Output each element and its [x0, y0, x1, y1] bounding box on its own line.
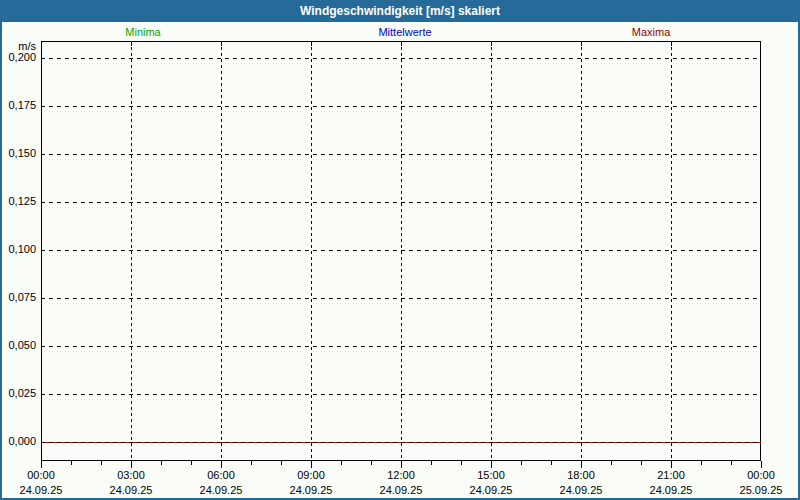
x-tick-label-date: 25.09.25	[726, 484, 796, 497]
chart-window: Windgeschwindigkeit [m/s] skaliert Minim…	[0, 0, 800, 500]
chart-title: Windgeschwindigkeit [m/s] skaliert	[300, 4, 500, 18]
y-tick-label: 0,200	[0, 51, 36, 64]
x-tick-label-date: 24.09.25	[276, 484, 346, 497]
x-tick-label-date: 24.09.25	[456, 484, 526, 497]
x-tick-label-time: 12:00	[366, 469, 436, 482]
x-minor-tick	[341, 461, 342, 465]
x-tick-label-time: 03:00	[96, 469, 166, 482]
y-tick-label: 0,100	[0, 243, 36, 256]
x-minor-tick	[281, 461, 282, 465]
x-tick-label-time: 06:00	[186, 469, 256, 482]
x-tick-label-time: 18:00	[546, 469, 616, 482]
x-tick-label-time: 00:00	[6, 469, 76, 482]
x-major-tick	[581, 461, 582, 468]
x-minor-tick	[521, 461, 522, 465]
legend-item-minima: Minima	[125, 26, 160, 39]
x-major-tick	[671, 461, 672, 468]
x-minor-tick	[701, 461, 702, 465]
x-minor-tick	[551, 461, 552, 465]
legend-item-maxima: Maxima	[632, 26, 671, 39]
y-tick-label: 0,150	[0, 147, 36, 160]
legend-item-mittelwerte: Mittelwerte	[378, 26, 431, 39]
x-tick-label-date: 24.09.25	[6, 484, 76, 497]
x-minor-tick	[161, 461, 162, 465]
x-minor-tick	[731, 461, 732, 465]
x-major-tick	[41, 461, 42, 468]
y-tick-label: 0,000	[0, 435, 36, 448]
y-tick-label: 0,050	[0, 339, 36, 352]
x-tick-label-date: 24.09.25	[636, 484, 706, 497]
y-tick-label: 0,025	[0, 387, 36, 400]
y-tick-label: 0,175	[0, 99, 36, 112]
x-major-tick	[131, 461, 132, 468]
x-tick-label-date: 24.09.25	[366, 484, 436, 497]
x-minor-tick	[71, 461, 72, 465]
x-major-tick	[311, 461, 312, 468]
x-major-tick	[491, 461, 492, 468]
x-major-tick	[761, 461, 762, 468]
x-tick-label-date: 24.09.25	[546, 484, 616, 497]
x-minor-tick	[461, 461, 462, 465]
x-minor-tick	[431, 461, 432, 465]
x-tick-label-time: 15:00	[456, 469, 526, 482]
x-tick-label-time: 21:00	[636, 469, 706, 482]
y-tick-label: 0,125	[0, 195, 36, 208]
x-tick-label-date: 24.09.25	[186, 484, 256, 497]
x-major-tick	[401, 461, 402, 468]
x-minor-tick	[101, 461, 102, 465]
x-tick-label-date: 24.09.25	[96, 484, 166, 497]
x-minor-tick	[641, 461, 642, 465]
x-tick-label-time: 09:00	[276, 469, 346, 482]
x-minor-tick	[611, 461, 612, 465]
x-minor-tick	[251, 461, 252, 465]
series-lines	[41, 41, 761, 461]
window-title-bar: Windgeschwindigkeit [m/s] skaliert	[0, 0, 800, 22]
x-tick-label-time: 00:00	[726, 469, 796, 482]
y-tick-label: 0,075	[0, 291, 36, 304]
x-major-tick	[221, 461, 222, 468]
x-minor-tick	[371, 461, 372, 465]
x-minor-tick	[191, 461, 192, 465]
